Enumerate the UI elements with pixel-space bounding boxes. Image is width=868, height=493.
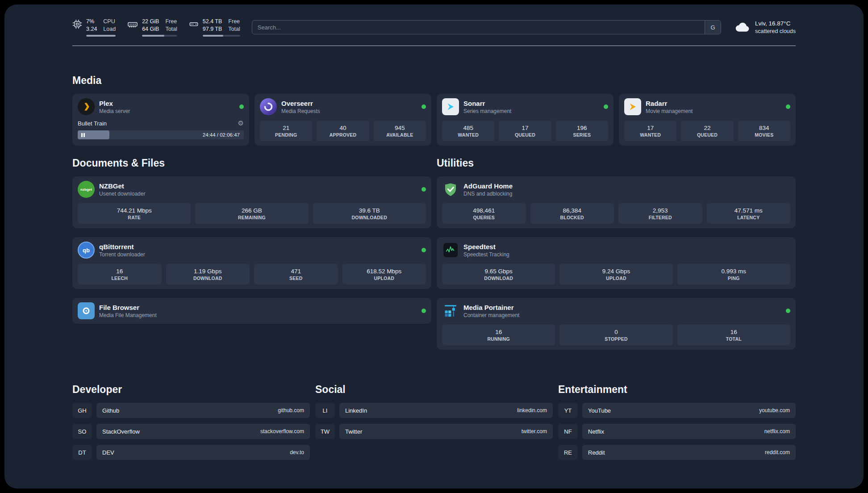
weather-location: Lviv, 16.87°C (755, 20, 796, 28)
bookmark-netflix[interactable]: NF Netflix netflix.com (558, 424, 796, 439)
app-subtitle: Movie management (646, 108, 693, 114)
bookmark-name: Twitter (345, 428, 362, 435)
bookmark-twitter[interactable]: TW Twitter twitter.com (315, 424, 553, 439)
bookmark-reddit[interactable]: RE Reddit reddit.com (558, 445, 796, 460)
bookmark-abbr: TW (315, 424, 335, 439)
stat-total: 16 TOTAL (677, 325, 790, 345)
stat-available: 945 AVAILABLE (374, 121, 426, 141)
app-title: NZBGet (99, 182, 145, 190)
bookmark-dev[interactable]: DT DEV dev.to (72, 445, 310, 460)
stat-stopped: 0 STOPPED (559, 325, 672, 345)
bookmark-github[interactable]: GH Github github.com (72, 403, 310, 418)
bookmark-name: Reddit (588, 449, 605, 456)
app-card-qbittorrent[interactable]: qb qBittorrent Torrent downloader 16 LEE… (72, 237, 431, 289)
app-card-nzbget[interactable]: nzbget NZBGet Usenet downloader 744.21 M… (72, 176, 431, 228)
app-card-overseerr[interactable]: Overseerr Media Requests 21 PENDING 40 A… (255, 94, 431, 146)
disk-labels: Free Total (228, 18, 240, 33)
stat-approved: 40 APPROVED (317, 121, 369, 141)
cloud-icon (734, 19, 751, 35)
stat-rate: 744.21 Mbps RATE (78, 203, 191, 224)
stat-queued: 17 QUEUED (499, 121, 551, 141)
stat-running: 16 RUNNING (442, 325, 555, 345)
stat-seed: 471 SEED (254, 264, 338, 284)
app-title: qBittorrent (99, 243, 145, 251)
disk-progress-bar (203, 35, 240, 37)
disk-values: 52.4 TB 97.9 TB (203, 18, 222, 33)
plex-seek-bar[interactable]: 24:44 / 02:06:47 (78, 130, 244, 139)
nzbget-icon: nzbget (78, 181, 95, 198)
status-dot-online (421, 309, 426, 313)
search-engine-button[interactable]: G (705, 21, 721, 34)
bookmark-name: StackOverflow (102, 428, 140, 435)
app-card-adguard[interactable]: AdGuard Home DNS and adblocking 498,461 … (437, 176, 796, 228)
pause-icon[interactable] (81, 133, 85, 137)
bookmark-name: Github (102, 407, 119, 414)
adguard-icon (442, 181, 459, 198)
app-title: Radarr (646, 100, 693, 107)
app-card-portainer[interactable]: Media Portainer Container management 16 … (437, 298, 796, 350)
app-card-plex[interactable]: Plex Media server Bullet Train ⚙ 24:44 /… (72, 94, 249, 146)
bookmark-abbr: RE (558, 445, 578, 460)
speedtest-icon (442, 242, 459, 259)
bookmark-url: netflix.com (764, 428, 790, 435)
section-title-developer: Developer (72, 384, 310, 396)
app-title: AdGuard Home (463, 182, 513, 190)
search-input[interactable] (252, 21, 705, 34)
status-dot-online (239, 104, 244, 109)
app-card-sonarr[interactable]: Sonarr Series management 485 WANTED 17 Q… (437, 94, 613, 146)
app-subtitle: Media Requests (281, 108, 320, 114)
gear-icon[interactable]: ⚙ (238, 119, 244, 127)
bookmark-stackoverflow[interactable]: SO StackOverflow stackoverflow.com (72, 424, 310, 439)
cpu-progress-bar (86, 35, 116, 37)
status-dot-online (786, 309, 790, 313)
weather-condition: scattered clouds (755, 28, 796, 35)
filebrowser-icon (78, 302, 95, 319)
stat-queries: 498,461 QUERIES (442, 203, 526, 224)
bookmark-url: github.com (278, 407, 304, 414)
section-title-entertainment: Entertainment (558, 384, 796, 396)
bookmark-abbr: GH (72, 403, 92, 418)
documents-column: Documents & Files nzbget NZBGet Usenet d… (72, 146, 431, 359)
app-subtitle: Media server (99, 108, 130, 114)
portainer-icon (442, 302, 459, 319)
bookmark-youtube[interactable]: YT YouTube youtube.com (558, 403, 796, 418)
bookmark-url: reddit.com (765, 449, 790, 455)
search-bar[interactable]: G (252, 20, 721, 34)
status-dot-online (421, 104, 426, 109)
stat-filtered: 2,953 FILTERED (618, 203, 702, 224)
stat-wanted: 485 WANTED (442, 121, 494, 141)
radarr-icon (624, 98, 641, 115)
app-card-radarr[interactable]: Radarr Movie management 17 WANTED 22 QUE… (619, 94, 796, 146)
bookmark-name: Netflix (588, 428, 604, 435)
stat-movies: 834 MOVIES (738, 121, 790, 141)
bookmark-name: LinkedIn (345, 407, 367, 414)
ram-progress-bar (142, 35, 177, 37)
stat-latency: 47.571 ms LATENCY (707, 203, 791, 224)
plex-icon (78, 98, 95, 115)
bookmark-abbr: SO (72, 424, 92, 439)
app-title: Media Portainer (463, 304, 519, 311)
bookmark-name: DEV (102, 449, 114, 456)
cpu-labels: CPU Load (103, 18, 116, 33)
stat-upload: 9.24 Gbps UPLOAD (559, 264, 672, 284)
bookmark-linkedin[interactable]: LI LinkedIn linkedin.com (315, 403, 553, 418)
stat-download: 1.19 Gbps DOWNLOAD (166, 264, 250, 284)
app-card-filebrowser[interactable]: File Browser Media File Management (72, 298, 431, 324)
app-subtitle: Container management (463, 312, 519, 318)
stat-blocked: 86,384 BLOCKED (530, 203, 614, 224)
disk-icon (189, 18, 199, 29)
bookmark-name: YouTube (588, 407, 611, 414)
app-card-speedtest[interactable]: Speedtest Speedtest Tracking 9.65 Gbps D… (437, 237, 796, 289)
cpu-icon (72, 18, 82, 29)
utilities-column: Utilities AdGuard Home DNS and adblockin… (437, 146, 796, 359)
bookmark-url: twitter.com (522, 428, 547, 435)
bookmark-url: linkedin.com (517, 407, 547, 414)
section-title-media: Media (72, 75, 796, 87)
app-title: Speedtest (463, 243, 509, 251)
app-title: Sonarr (463, 100, 511, 107)
top-bar: 7% 3.24 CPU Load (72, 18, 796, 37)
stat-ping: 0.993 ms PING (677, 264, 790, 284)
app-title: Plex (99, 100, 130, 107)
cpu-values: 7% 3.24 (86, 18, 97, 33)
app-subtitle: Torrent downloader (99, 251, 145, 258)
